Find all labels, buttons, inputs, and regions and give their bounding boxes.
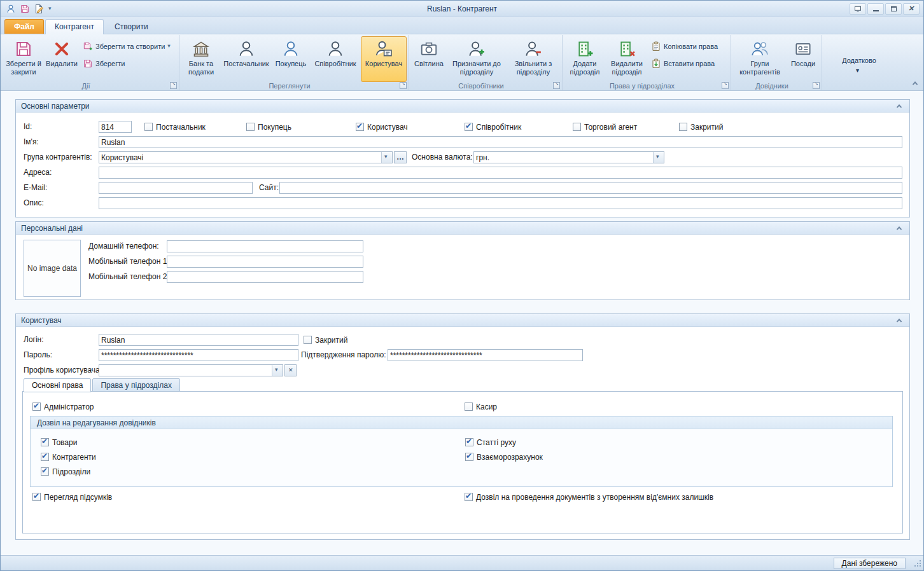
checkbox-contractors[interactable]: Контрагенти (41, 452, 96, 462)
checkbox-buyer[interactable]: Покупець (246, 122, 291, 132)
remove-department-button[interactable]: Видалити підрозділ (605, 36, 648, 82)
display-settings-button[interactable] (850, 3, 866, 15)
qat-dropdown-icon[interactable] (48, 4, 55, 13)
button-label: Копіювати права (664, 43, 718, 50)
site-field[interactable] (279, 182, 902, 194)
email-field[interactable] (99, 182, 253, 194)
more-button[interactable]: Додатково (829, 36, 890, 81)
checkbox-negative-balances[interactable]: Дозвіл на проведення документів з утворе… (465, 492, 713, 502)
ribbon-group-view: Банк та податки Постачальник Покупець Сп… (179, 35, 409, 90)
checkbox-box (465, 402, 473, 411)
browse-button[interactable]: … (394, 151, 407, 163)
checkbox-user[interactable]: Користувач (356, 122, 408, 132)
rights-tabs: Основні права Права у підрозділах (24, 378, 181, 392)
collapse-panel-button[interactable] (894, 224, 904, 233)
checkbox-user-closed[interactable]: Закритий (304, 335, 347, 345)
photo-placeholder[interactable]: No image data (24, 240, 81, 297)
save-button[interactable]: Зберегти (83, 58, 176, 69)
tab-dept-rights[interactable]: Права у підрозділах (92, 378, 180, 392)
dialog-launcher-icon[interactable] (813, 82, 820, 89)
user-profile-combobox[interactable] (99, 364, 283, 376)
checkbox-administrator[interactable]: Адміністратор (32, 402, 94, 411)
ribbon-group-label: Довідники (732, 82, 811, 90)
bank-taxes-button[interactable]: Банк та податки (181, 36, 221, 82)
ribbon-collapse-button[interactable] (910, 78, 920, 88)
ribbon-group-directories: Групи контрагентів Посади Довідники (731, 35, 822, 90)
close-button[interactable] (903, 3, 920, 15)
copy-rights-button[interactable]: Копіювати права (651, 41, 727, 52)
supplier-button[interactable]: Постачальник (221, 36, 272, 82)
dialog-launcher-icon[interactable] (170, 82, 177, 89)
password-field[interactable] (99, 349, 298, 361)
delete-button[interactable]: Видалити (43, 36, 80, 82)
description-field[interactable] (99, 197, 902, 209)
address-field[interactable] (99, 167, 902, 179)
chevron-down-icon[interactable] (653, 152, 664, 163)
checkbox-movement-items[interactable]: Статті руху (465, 437, 516, 447)
user-button-selected[interactable]: Користувач (361, 36, 407, 82)
tab-kontragent[interactable]: Контрагент (45, 19, 104, 34)
checkbox-mutual-settlements[interactable]: Взаєморозрахунок (465, 452, 543, 462)
resize-grip-icon[interactable] (913, 558, 922, 568)
maximize-button[interactable] (885, 3, 902, 15)
login-field[interactable] (99, 334, 298, 346)
checkbox-label: Користувач (367, 123, 408, 132)
clear-profile-button[interactable] (284, 364, 297, 376)
save-close-button[interactable]: Зберегти й закрити (4, 36, 43, 82)
assign-department-button[interactable]: Призначити до підрозділу (447, 36, 507, 82)
new-document-icon[interactable] (34, 4, 44, 14)
checkbox-closed[interactable]: Закритий (679, 122, 723, 132)
confirm-password-field[interactable] (388, 349, 583, 361)
chevron-down-icon[interactable] (381, 152, 392, 163)
checkbox-supplier[interactable]: Постачальник (144, 122, 206, 132)
dialog-launcher-icon[interactable] (553, 82, 560, 89)
home-phone-field[interactable] (167, 240, 363, 252)
mobile2-field[interactable] (167, 271, 363, 283)
mobile1-field[interactable] (167, 256, 363, 268)
checkbox-cashier[interactable]: Касир (465, 402, 497, 411)
id-field[interactable] (99, 121, 132, 133)
app-window: Ruslan - Контрагент Файл Контрагент Ство… (0, 0, 924, 571)
checkbox-view-totals[interactable]: Перегляд підсумків (32, 492, 112, 502)
ribbon-group-dept-rights: Додати підрозділ Видалити підрозділ Копі… (563, 35, 731, 90)
save-icon[interactable] (20, 4, 30, 14)
checkbox-label: Адміністратор (44, 402, 94, 411)
dialog-launcher-icon[interactable] (400, 82, 407, 89)
button-label: Призначити до підрозділу (447, 60, 506, 76)
contractor-group-input[interactable] (99, 152, 381, 163)
checkbox-label: Дозвіл на проведення документів з утворе… (476, 493, 713, 502)
positions-button[interactable]: Посади (787, 36, 820, 82)
checkbox-departments[interactable]: Підрозділи (41, 467, 90, 476)
employee-button[interactable]: Співробітник (310, 36, 361, 82)
add-department-button[interactable]: Додати підрозділ (564, 36, 605, 82)
app-user-icon (6, 4, 16, 14)
screen-icon (853, 5, 862, 13)
tab-file[interactable]: Файл (4, 19, 44, 34)
minimize-button[interactable] (867, 3, 884, 15)
clipboard-icon (651, 41, 661, 52)
checkbox-employee[interactable]: Співробітник (465, 122, 521, 132)
name-field[interactable] (99, 136, 902, 148)
person-minus-icon (524, 39, 543, 58)
user-profile-input[interactable] (99, 365, 272, 376)
save-and-create-button[interactable]: Зберегти та створити (83, 41, 176, 52)
button-label: Постачальник (223, 60, 269, 68)
contractor-groups-button[interactable]: Групи контрагентів (733, 36, 787, 82)
photo-button[interactable]: Світлина (411, 36, 447, 82)
checkbox-sales-agent[interactable]: Торговий агент (573, 122, 637, 132)
close-icon (908, 5, 914, 13)
checkbox-box (356, 123, 364, 131)
chevron-down-icon[interactable] (272, 365, 283, 376)
tab-create[interactable]: Створити (105, 19, 158, 34)
collapse-panel-button[interactable] (894, 316, 904, 325)
dismiss-department-button[interactable]: Звільнити з підрозділу (507, 36, 560, 82)
buyer-button[interactable]: Покупець (272, 36, 310, 82)
currency-combobox[interactable] (473, 151, 664, 163)
paste-rights-button[interactable]: Вставити права (651, 58, 727, 69)
collapse-panel-button[interactable] (894, 102, 904, 111)
tab-main-rights[interactable]: Основні права (24, 378, 91, 392)
dialog-launcher-icon[interactable] (722, 82, 729, 89)
currency-input[interactable] (474, 152, 653, 163)
contractor-group-combobox[interactable] (99, 151, 393, 163)
checkbox-goods[interactable]: Товари (41, 437, 77, 447)
